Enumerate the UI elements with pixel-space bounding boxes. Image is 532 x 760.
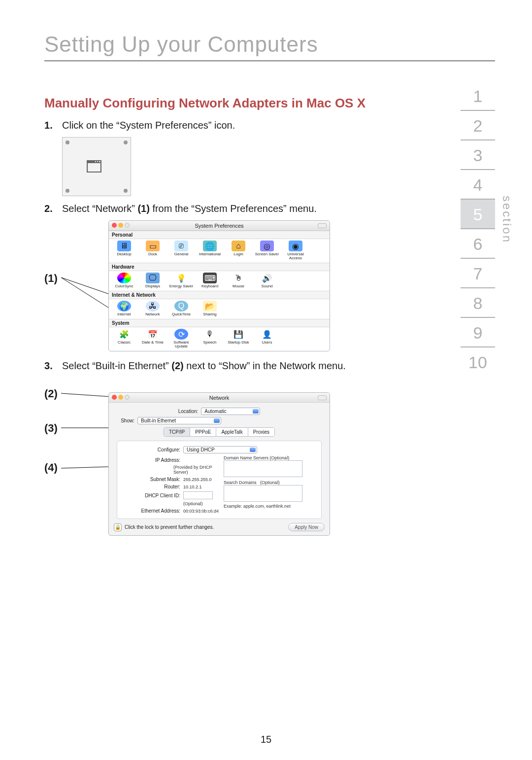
dns-textarea[interactable]: [224, 460, 302, 477]
pref-keyboard[interactable]: ⌨Keyboard: [198, 273, 222, 288]
pref-mouse-label: Mouse: [233, 284, 244, 288]
zoom-icon[interactable]: [125, 395, 130, 400]
show-label: Show:: [115, 418, 134, 423]
title-rule: [44, 61, 495, 61]
tab-pppoe[interactable]: PPPoE: [190, 428, 216, 436]
section-9[interactable]: 9: [461, 318, 495, 347]
section-7[interactable]: 7: [461, 259, 495, 288]
step-3-a: Select “Built-in Ethernet”: [62, 360, 171, 371]
pref-colorsync[interactable]: ColorSync: [112, 273, 136, 288]
pref-network-label: Network: [145, 312, 160, 316]
close-icon[interactable]: [112, 395, 117, 400]
location-label: Location:: [178, 409, 199, 414]
pref-users-label: Users: [262, 341, 272, 345]
pref-datetime[interactable]: 📅Date & Time: [140, 329, 165, 348]
toolbar-toggle-icon[interactable]: [318, 395, 327, 400]
pref-classic[interactable]: 🧩Classic: [112, 329, 136, 348]
zoom-icon[interactable]: [125, 223, 130, 228]
lock-icon[interactable]: 🔒: [114, 523, 122, 531]
section-5[interactable]: 5: [461, 200, 495, 229]
pref-softwareupdate[interactable]: ⟳Software Update: [169, 329, 194, 348]
page-title: Setting Up your Computers: [44, 32, 495, 57]
pref-displays[interactable]: 🖵Displays: [140, 273, 165, 288]
step-1: Click on the “System Preferences” icon.: [44, 119, 419, 132]
steps-list: Click on the “System Preferences” icon.: [44, 119, 419, 132]
subnet-value: 255.255.255.0: [183, 477, 212, 482]
ip-hint: (Provided by DHCP Server): [173, 465, 219, 475]
section-8[interactable]: 8: [461, 288, 495, 318]
pref-dock[interactable]: ▭Dock: [140, 241, 165, 260]
pref-sound[interactable]: 🔊Sound: [255, 273, 279, 288]
step-3: Select “Built-in Ethernet” (2) next to “…: [44, 359, 419, 373]
pref-sharing[interactable]: 📂Sharing: [198, 301, 222, 316]
configure-select[interactable]: Using DHCP: [183, 446, 257, 453]
pref-colorsync-label: ColorSync: [115, 284, 133, 288]
close-icon[interactable]: [112, 223, 117, 228]
toolbar-toggle-icon[interactable]: [318, 223, 327, 228]
pref-login[interactable]: ⌂Login: [226, 241, 251, 260]
net-traffic-lights[interactable]: [112, 395, 130, 400]
callout-1: (1): [44, 272, 58, 285]
pref-quicktime-label: QuickTime: [172, 312, 191, 316]
page-number: 15: [0, 734, 532, 745]
tab-proxies[interactable]: Proxies: [248, 428, 274, 436]
window-traffic-lights[interactable]: [112, 223, 130, 228]
pref-international[interactable]: 🌐International: [198, 241, 222, 260]
pref-sharing-label: Sharing: [203, 312, 217, 316]
section-10[interactable]: 10: [461, 347, 495, 377]
pref-universal[interactable]: ◉Universal Access: [283, 241, 308, 260]
pref-startup[interactable]: 💾Startup Disk: [226, 329, 251, 348]
section-4[interactable]: 4: [461, 170, 495, 200]
pref-general[interactable]: ⎚General: [169, 241, 194, 260]
search-opt: (Optional): [260, 480, 280, 485]
pref-network[interactable]: 🖧Network: [140, 301, 165, 316]
step-2: Select “Network” (1) from the “System Pr…: [44, 202, 419, 215]
pref-energy[interactable]: 💡Energy Saver: [169, 273, 194, 288]
callout-4: (4): [44, 461, 58, 474]
pref-mouse[interactable]: 🖱Mouse: [226, 273, 251, 288]
pref-quicktime[interactable]: QQuickTime: [169, 301, 194, 316]
pref-general-label: General: [174, 252, 188, 256]
show-select[interactable]: Built-in Ethernet: [137, 417, 221, 424]
subnet-label: Subnet Mask:: [121, 477, 180, 482]
pref-speech[interactable]: 🎙Speech: [198, 329, 222, 348]
step-2-bold: (1): [137, 203, 149, 214]
tab-appletalk[interactable]: AppleTalk: [216, 428, 248, 436]
dhcp-input[interactable]: [183, 491, 213, 499]
tab-tcpip[interactable]: TCP/IP: [164, 428, 190, 436]
steps-list-3: Select “Built-in Ethernet” (2) next to “…: [44, 359, 419, 373]
row-personal: 🖥Desktop ▭Dock ⎚General 🌐International ⌂…: [109, 239, 330, 263]
location-select[interactable]: Automatic: [201, 408, 260, 415]
minimize-icon[interactable]: [118, 223, 123, 228]
minimize-icon[interactable]: [118, 395, 123, 400]
network-footer: 🔒 Click the lock to prevent further chan…: [109, 519, 330, 531]
network-titlebar: Network: [109, 393, 330, 403]
sysprefs-titlebar: System Preferences: [109, 221, 330, 231]
step-2-a: Select “Network”: [62, 203, 137, 214]
search-label: Search Domains: [224, 480, 257, 485]
pref-international-label: International: [199, 252, 221, 256]
network-title: Network: [209, 395, 229, 401]
pref-energy-label: Energy Saver: [169, 284, 193, 288]
steps-list-2: Select “Network” (1) from the “System Pr…: [44, 202, 419, 215]
section-1[interactable]: 1: [461, 81, 495, 111]
pref-desktop[interactable]: 🖥Desktop: [112, 241, 136, 260]
section-2[interactable]: 2: [461, 111, 495, 140]
callout-3: (3): [44, 422, 58, 435]
row-hardware: ColorSync 🖵Displays 💡Energy Saver ⌨Keybo…: [109, 271, 330, 291]
pref-internet[interactable]: 🌍Internet: [112, 301, 136, 316]
row-system: 🧩Classic 📅Date & Time ⟳Software Update 🎙…: [109, 327, 330, 351]
pref-screensaver[interactable]: ◎Screen Saver: [255, 241, 279, 260]
pref-users[interactable]: 👤Users: [255, 329, 279, 348]
section-6[interactable]: 6: [461, 229, 495, 259]
example-text: Example: apple.com, earthlink.net: [224, 504, 317, 509]
dhcp-label: DHCP Client ID:: [121, 493, 180, 498]
ip-label: IP Address:: [121, 457, 180, 463]
router-label: Router:: [121, 484, 180, 489]
apply-now-button[interactable]: Apply Now: [288, 523, 325, 531]
section-3[interactable]: 3: [461, 140, 495, 170]
search-textarea[interactable]: [224, 485, 302, 502]
cat-system: System: [109, 319, 330, 327]
pref-internet-label: Internet: [117, 312, 131, 316]
dhcp-hint: (Optional): [183, 501, 203, 506]
